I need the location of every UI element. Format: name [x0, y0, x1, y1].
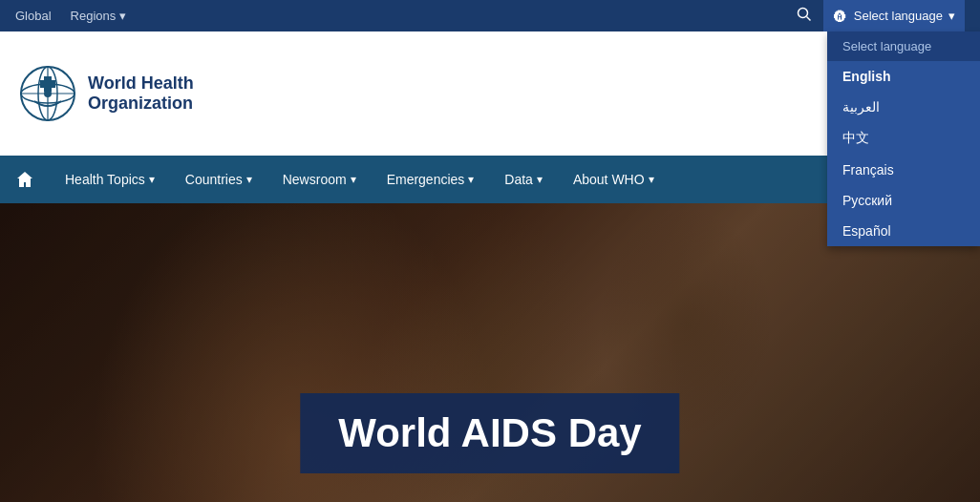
regions-chevron-icon: ▾	[119, 9, 126, 23]
nav-health-topics[interactable]: Health Topics	[50, 156, 170, 203]
lang-option-french[interactable]: Français	[827, 155, 980, 185]
lang-option-spanish[interactable]: Español	[827, 216, 980, 246]
language-selector-button[interactable]: 🅐 Select language ▾	[823, 0, 965, 31]
lang-chevron-icon: ▾	[948, 9, 955, 23]
nav-data[interactable]: Data	[489, 156, 558, 203]
svg-rect-9	[40, 80, 55, 88]
who-org-name: World Health Organization	[88, 73, 194, 115]
lang-option-chinese[interactable]: 中文	[827, 122, 980, 155]
search-button[interactable]	[797, 7, 812, 26]
nav-newsroom[interactable]: Newsroom	[267, 156, 372, 203]
about-who-chevron-icon	[649, 173, 654, 186]
hero-title: World AIDS Day	[338, 410, 641, 456]
svg-point-0	[798, 8, 807, 17]
health-topics-chevron-icon	[149, 173, 155, 186]
svg-point-10	[44, 90, 52, 97]
hero-title-box: World AIDS Day	[300, 393, 679, 473]
top-bar: Global Regions ▾ 🅐 Select language ▾ Sel…	[0, 0, 980, 31]
nav-emergencies[interactable]: Emergencies	[372, 156, 490, 203]
data-chevron-icon	[537, 173, 543, 186]
select-language-label: Select language	[854, 9, 943, 23]
nav-about-who[interactable]: About WHO	[558, 156, 670, 203]
svg-text:🅐: 🅐	[834, 10, 846, 24]
nav-home-button[interactable]	[0, 156, 50, 203]
top-bar-right: 🅐 Select language ▾ Select language Engl…	[797, 0, 965, 31]
lang-option-arabic[interactable]: العربية	[827, 92, 980, 122]
regions-button[interactable]: Regions ▾	[71, 9, 127, 23]
who-logo[interactable]: World Health Organization	[19, 65, 194, 122]
emergencies-chevron-icon	[468, 173, 474, 186]
dropdown-header: Select language	[827, 31, 980, 61]
translate-icon: 🅐	[833, 9, 848, 24]
home-icon	[15, 170, 34, 189]
search-icon	[797, 7, 812, 22]
who-emblem-icon	[19, 65, 76, 122]
lang-option-english[interactable]: English	[827, 61, 980, 92]
global-link[interactable]: Global	[15, 9, 52, 23]
top-bar-left: Global Regions ▾	[15, 9, 126, 23]
nav-countries[interactable]: Countries	[170, 156, 267, 203]
countries-chevron-icon	[246, 173, 252, 186]
svg-line-1	[806, 16, 810, 20]
hero-section: World AIDS Day	[0, 203, 980, 502]
lang-option-russian[interactable]: Русский	[827, 185, 980, 216]
newsroom-chevron-icon	[351, 173, 356, 186]
language-dropdown: Select language English العربية 中文 Franç…	[827, 31, 980, 246]
